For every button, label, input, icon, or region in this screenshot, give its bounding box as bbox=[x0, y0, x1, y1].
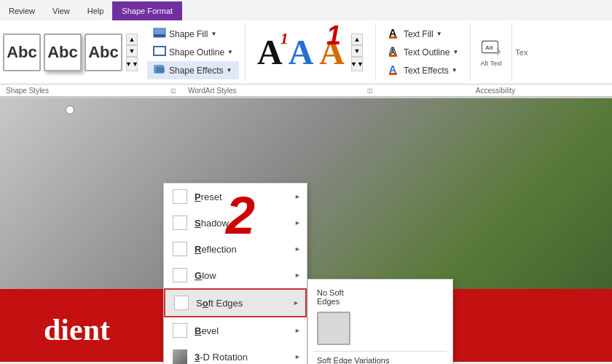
menu-item-soft-edges[interactable]: Soft Edges ► bbox=[164, 288, 307, 317]
tab-bar: Review View Help Shape Format bbox=[0, 0, 612, 20]
tab-review[interactable]: Review bbox=[0, 1, 44, 20]
3d-rotation-arrow: ► bbox=[294, 353, 301, 360]
shape-outline-label: Shape Outline bbox=[169, 47, 224, 58]
glow-arrow: ► bbox=[294, 272, 301, 279]
text-outline-label: Text Outline bbox=[404, 47, 450, 58]
wordart-scroll-expand[interactable]: ▼▼ bbox=[351, 57, 363, 71]
shape-effects-button[interactable]: Shape Effects ▼ bbox=[147, 61, 239, 79]
wordart-a-blue[interactable]: A bbox=[289, 32, 314, 72]
soft-edges-label: Soft Edges bbox=[196, 298, 243, 309]
glow-icon bbox=[173, 268, 187, 282]
background-text: dient bbox=[44, 312, 110, 347]
soft-edges-icon bbox=[174, 296, 189, 310]
wordart-a-black[interactable]: A 1 bbox=[257, 32, 283, 72]
menu-item-preset[interactable]: Preset ► bbox=[164, 183, 307, 210]
preset-arrow: ► bbox=[294, 193, 301, 200]
soft-edges-submenu: No Soft Edges Soft Edge Variations bbox=[307, 279, 453, 364]
menu-item-3d-rotation[interactable]: 3-D Rotation ► bbox=[164, 344, 307, 364]
scroll-down[interactable]: ▼ bbox=[126, 45, 138, 57]
alt-text-button[interactable]: Alt Alt Text bbox=[476, 38, 506, 67]
text-fill-icon: A bbox=[388, 27, 401, 41]
shape-fill-button[interactable]: Shape Fill ▼ bbox=[147, 25, 239, 43]
bevel-icon bbox=[173, 323, 187, 338]
text-fill-button[interactable]: A Text Fill ▼ bbox=[382, 25, 464, 43]
section-label-wordart-styles: WordArt Styles ◫ bbox=[182, 84, 379, 96]
soft-edge-variations-label: Soft Edge Variations bbox=[314, 351, 447, 364]
shape-style-abc-2[interactable]: Abc bbox=[44, 33, 82, 71]
shadow-label: Shadow bbox=[195, 218, 229, 229]
soft-edges-arrow: ► bbox=[293, 299, 299, 306]
selection-handle[interactable] bbox=[66, 106, 74, 114]
3d-rotation-icon bbox=[173, 349, 187, 364]
preset-label: Preset bbox=[195, 191, 222, 202]
shape-effects-arrow: ▼ bbox=[227, 67, 232, 74]
text-fill-arrow: ▼ bbox=[436, 31, 442, 37]
reflection-arrow: ► bbox=[294, 245, 301, 253]
shape-effects-icon bbox=[153, 63, 166, 77]
text-effects-arrow: ▼ bbox=[452, 67, 458, 74]
section-label-accessibility: Accessibility bbox=[379, 84, 612, 96]
shape-outline-arrow: ▼ bbox=[227, 49, 233, 55]
ribbon-bottom: Shape Styles ◫ WordArt Styles ◫ Accessib… bbox=[0, 84, 612, 98]
menu-item-reflection[interactable]: Reflection ► bbox=[164, 236, 307, 262]
tab-view[interactable]: View bbox=[44, 1, 79, 20]
wordart-scroll-col: ▲ ▼ ▼▼ bbox=[350, 32, 364, 73]
text-outline-button[interactable]: A Text Outline ▼ bbox=[382, 43, 464, 61]
tab-help[interactable]: Help bbox=[79, 1, 113, 20]
shape-fill-arrow: ▼ bbox=[211, 31, 216, 37]
annotation-1-overlay: 1 bbox=[280, 29, 289, 48]
wordart-a-orange[interactable]: A bbox=[319, 32, 345, 72]
no-soft-edges-item[interactable]: No Soft Edges bbox=[314, 285, 447, 309]
svg-rect-1 bbox=[154, 34, 165, 37]
text-outline-arrow: ▼ bbox=[452, 49, 458, 55]
svg-rect-6 bbox=[389, 36, 397, 39]
bevel-label: Bevel bbox=[195, 325, 219, 336]
shape-style-abc-1[interactable]: Abc bbox=[3, 33, 41, 71]
wordart-section: A 1 A A ▲ ▼ ▼▼ bbox=[246, 23, 376, 81]
scroll-col: ▲ ▼ ▼▼ bbox=[125, 32, 138, 73]
reflection-icon bbox=[173, 242, 187, 256]
shape-outline-button[interactable]: Shape Outline ▼ bbox=[147, 43, 239, 61]
ribbon: Review View Help Shape Format Abc Abc Ab… bbox=[0, 0, 612, 98]
tex-partial: Tex bbox=[511, 23, 530, 81]
text-effects-button[interactable]: A Text Effects ▼ bbox=[382, 61, 464, 79]
menu-item-shadow[interactable]: Shadow ► bbox=[164, 210, 307, 236]
svg-text:Alt: Alt bbox=[485, 44, 493, 51]
svg-rect-2 bbox=[154, 47, 165, 55]
shape-fill-icon bbox=[153, 27, 166, 41]
reflection-label: Reflection bbox=[195, 244, 237, 255]
shape-effects-label: Shape Effects bbox=[169, 66, 224, 76]
menu-item-glow[interactable]: Glow ► bbox=[164, 262, 307, 288]
scroll-expand[interactable]: ▼▼ bbox=[126, 57, 138, 71]
soft-edge-preview-row bbox=[314, 309, 447, 348]
text-options: A Text Fill ▼ A Text Outline ▼ A Te bbox=[376, 23, 471, 81]
text-effects-icon: A bbox=[388, 63, 401, 77]
alt-text-label: Alt Text bbox=[481, 60, 502, 67]
ribbon-content: Abc Abc Abc ▲ ▼ ▼▼ Shape Fill ▼ bbox=[0, 20, 612, 84]
text-fill-label: Text Fill bbox=[404, 29, 434, 39]
soft-edge-preview-box[interactable] bbox=[317, 312, 350, 345]
svg-rect-10 bbox=[389, 73, 397, 75]
preset-icon bbox=[173, 189, 187, 204]
text-outline-icon: A bbox=[388, 45, 401, 59]
shape-effects-group: Shape Fill ▼ Shape Outline ▼ Shape Effec… bbox=[141, 23, 246, 81]
shadow-icon bbox=[173, 215, 187, 230]
wordart-scroll-down[interactable]: ▼ bbox=[351, 45, 363, 57]
shape-effects-dropdown: Preset ► Shadow ► Reflection ► Glow ► So… bbox=[163, 183, 307, 364]
shadow-arrow: ► bbox=[294, 219, 301, 226]
menu-item-bevel[interactable]: Bevel ► bbox=[164, 317, 307, 344]
section-label-shape-styles: Shape Styles ◫ bbox=[0, 84, 182, 96]
wordart-scroll-up[interactable]: ▲ bbox=[351, 33, 363, 45]
shape-fill-label: Shape Fill bbox=[169, 29, 208, 39]
tab-shape-format[interactable]: Shape Format bbox=[112, 1, 182, 20]
scroll-up[interactable]: ▲ bbox=[126, 33, 138, 45]
glow-label: Glow bbox=[195, 270, 216, 281]
svg-rect-4 bbox=[156, 67, 165, 73]
3d-rotation-label: 3-D Rotation bbox=[195, 352, 248, 363]
no-soft-edges-label: No Soft Edges bbox=[317, 288, 361, 306]
main-content: dient 2 Preset ► Shadow ► Reflection ► G… bbox=[0, 98, 612, 362]
shape-style-abc-3[interactable]: Abc bbox=[85, 33, 122, 71]
text-effects-label: Text Effects bbox=[404, 66, 449, 76]
bevel-arrow: ► bbox=[294, 327, 301, 334]
svg-rect-8 bbox=[389, 55, 397, 57]
